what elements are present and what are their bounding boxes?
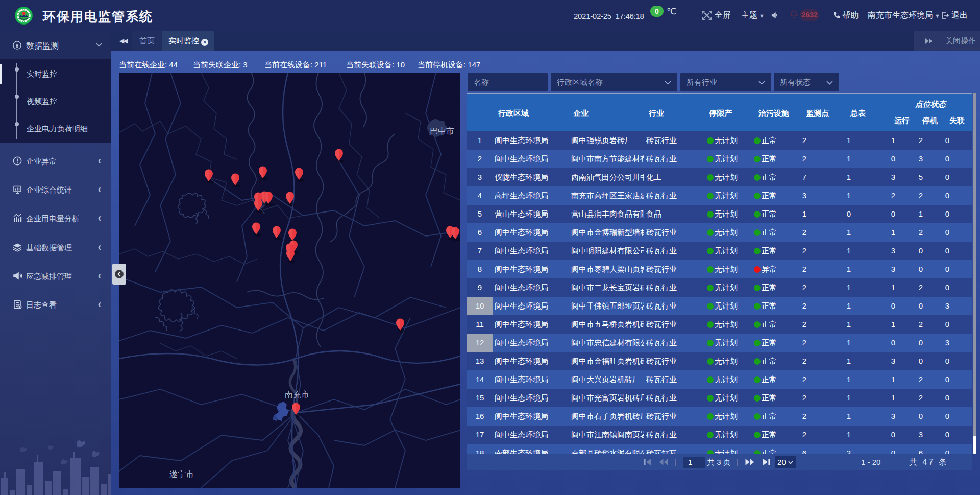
svg-text:南充市: 南充市 (285, 390, 309, 399)
svg-text:遂宁市: 遂宁市 (169, 470, 194, 479)
svg-text:巴中市: 巴中市 (430, 127, 454, 135)
